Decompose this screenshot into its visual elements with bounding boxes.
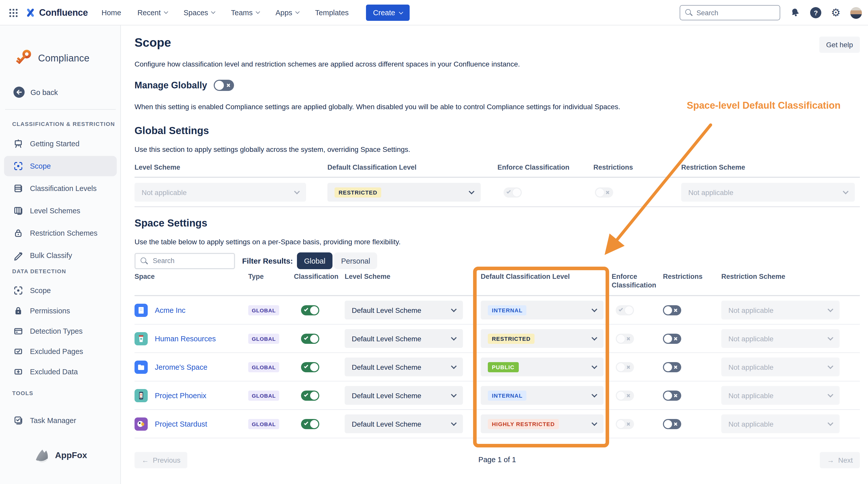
sidebar-item-task-manager[interactable]: Task Manager: [4, 411, 117, 431]
chevron-down-icon: [451, 363, 457, 369]
classification-toggle[interactable]: [301, 305, 319, 315]
global-default-classification-select[interactable]: RESTRICTED: [328, 183, 481, 202]
x-icon: [626, 393, 630, 397]
pencil-icon: [13, 250, 23, 261]
manage-globally-toggle[interactable]: [214, 80, 234, 91]
level-scheme-select[interactable]: Default Level Scheme: [345, 358, 463, 376]
nav-templates[interactable]: Templates: [315, 9, 349, 17]
sidebar-item-data-scope[interactable]: Scope: [4, 280, 117, 301]
classification-toggle[interactable]: [301, 390, 319, 400]
table-row: Jerome's Space GLOBAL Default Level Sche…: [134, 353, 860, 382]
col-default-classification: Default Classification Level: [328, 163, 497, 177]
global-enforce-classification-toggle: [503, 187, 522, 197]
sidebar-item-permissions[interactable]: Permissions: [4, 301, 117, 321]
user-avatar[interactable]: [850, 7, 862, 19]
main-content: Scope Get help Configure how classificat…: [0, 25, 868, 484]
page-title: Scope: [134, 35, 171, 50]
space-link[interactable]: Human Resources: [155, 334, 216, 342]
default-classification-select[interactable]: INTERNAL: [481, 301, 603, 320]
filter-global-button[interactable]: Global: [297, 252, 333, 269]
columns-icon: [13, 206, 23, 216]
nav-spaces[interactable]: Spaces: [184, 9, 215, 17]
sidebar-item-excluded-pages[interactable]: Excluded Pages: [4, 341, 117, 362]
filter-personal-button[interactable]: Personal: [334, 252, 377, 269]
sidebar-item-detection-types[interactable]: Detection Types: [4, 321, 117, 341]
toggle-knob: [310, 420, 318, 428]
sidebar-item-restriction-schemes[interactable]: Restriction Schemes: [4, 223, 117, 243]
global-level-scheme-select: Not applicable: [134, 183, 306, 202]
restrictions-toggle[interactable]: [663, 390, 681, 400]
nav-teams[interactable]: Teams: [231, 9, 259, 17]
type-badge: GLOBAL: [248, 419, 279, 429]
space-link[interactable]: Project Stardust: [155, 420, 207, 428]
level-scheme-select[interactable]: Default Level Scheme: [345, 301, 463, 320]
space-search-input[interactable]: [134, 253, 235, 269]
default-classification-select[interactable]: RESTRICTED: [481, 329, 603, 348]
global-search: [680, 5, 780, 20]
restriction-scheme-select: Not applicable: [721, 386, 840, 405]
classification-toggle[interactable]: [301, 333, 319, 343]
toggle-knob: [310, 306, 318, 314]
space-avatar: [134, 389, 148, 402]
classification-badge: HIGHLY RESTRICTED: [488, 419, 559, 429]
search-input[interactable]: [680, 5, 780, 20]
restriction-scheme-select: Not applicable: [721, 415, 840, 433]
default-classification-select[interactable]: HIGHLY RESTRICTED: [481, 415, 603, 433]
classification-toggle[interactable]: [301, 362, 319, 372]
nav-recent[interactable]: Recent: [137, 9, 167, 17]
level-scheme-select[interactable]: Default Level Scheme: [345, 386, 463, 405]
check-icon: [304, 307, 308, 311]
nav-home[interactable]: Home: [101, 9, 121, 17]
classification-badge: RESTRICTED: [488, 333, 535, 343]
space-link[interactable]: Acme Inc: [155, 306, 186, 314]
filter-results-label: Filter Results:: [242, 256, 293, 265]
chevron-down-icon: [592, 420, 597, 426]
sidebar-item-excluded-data[interactable]: Excluded Data: [4, 362, 117, 382]
restrictions-toggle[interactable]: [663, 362, 681, 372]
nav-apps[interactable]: Apps: [275, 9, 299, 17]
chevron-down-icon: [451, 335, 457, 340]
level-scheme-select[interactable]: Default Level Scheme: [345, 415, 463, 433]
help-icon[interactable]: ?: [810, 7, 821, 18]
toggle-knob: [617, 363, 625, 371]
col-restrictions: Restrictions: [593, 163, 681, 177]
parrot-icon: [134, 417, 148, 430]
sidebar-item-bulk-classify[interactable]: Bulk Classify: [4, 245, 117, 266]
space-table-header: Space Type Classification Level Scheme D…: [134, 273, 860, 296]
restrictions-toggle[interactable]: [663, 419, 681, 429]
page-description: Configure how classification level and r…: [134, 60, 520, 68]
confluence-brand[interactable]: Confluence: [25, 7, 88, 18]
create-button[interactable]: Create: [366, 5, 410, 21]
app-logo: Compliance: [12, 48, 90, 69]
sidebar-item-scope[interactable]: Scope: [4, 156, 117, 176]
appfox-fox-icon: [34, 447, 51, 464]
restrictions-toggle[interactable]: [663, 305, 681, 315]
next-button[interactable]: →Next: [820, 452, 860, 468]
section-title-tools: TOOLS: [12, 390, 33, 396]
classification-toggle[interactable]: [301, 419, 319, 429]
settings-gear-icon[interactable]: ⚙: [831, 7, 841, 18]
space-link[interactable]: Jerome's Space: [155, 363, 207, 371]
app-switcher-icon[interactable]: [9, 8, 18, 17]
level-scheme-select[interactable]: Default Level Scheme: [345, 329, 463, 348]
notifications-icon[interactable]: [790, 7, 801, 18]
default-classification-select[interactable]: INTERNAL: [481, 386, 603, 405]
space-link[interactable]: Project Phoenix: [155, 391, 206, 399]
default-classification-select[interactable]: PUBLIC: [481, 358, 603, 376]
arrow-right-icon: →: [827, 456, 834, 464]
table-row: Project Stardust GLOBAL Default Level Sc…: [134, 410, 860, 438]
stack-icon: [13, 183, 23, 193]
sidebar-item-classification-levels[interactable]: Classification Levels: [4, 178, 117, 199]
sidebar-item-level-schemes[interactable]: Level Schemes: [4, 201, 117, 221]
sidebar-item-getting-started[interactable]: Getting Started: [4, 133, 117, 154]
type-badge: GLOBAL: [248, 390, 279, 400]
sidebar: Compliance Go back CLASSIFICATION & REST…: [0, 25, 121, 484]
restrictions-toggle[interactable]: [663, 333, 681, 343]
go-back-button[interactable]: Go back: [13, 86, 58, 98]
toggle-knob: [664, 334, 672, 342]
toggle-knob: [513, 188, 521, 196]
get-help-button[interactable]: Get help: [819, 36, 860, 53]
global-settings-row: Not applicable RESTRICTED Not applicable: [134, 183, 860, 202]
compliance-scope-page: Confluence Home Recent Spaces Teams Apps…: [0, 0, 868, 484]
x-icon: [626, 336, 630, 340]
